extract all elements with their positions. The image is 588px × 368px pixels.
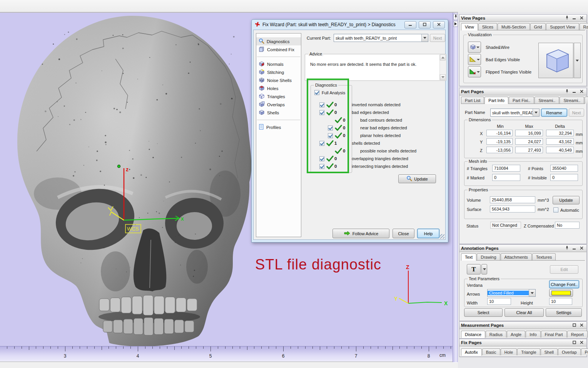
expand-arrow-icon[interactable] — [453, 21, 458, 27]
dim-max-field[interactable]: 24,027 — [515, 138, 543, 145]
arrow-width-field[interactable]: 10 — [487, 298, 511, 305]
part-pages-header[interactable]: Part Pages — [459, 88, 586, 95]
checkbox-icon[interactable] — [314, 90, 319, 95]
text-tool-dropdown-button[interactable] — [481, 264, 487, 274]
tab-streami-[interactable]: Streami.. — [535, 97, 559, 104]
fix-pages-header[interactable]: Fix Pages — [459, 339, 586, 346]
settings-button[interactable]: Settings — [546, 308, 582, 317]
chevron-down-icon[interactable] — [421, 34, 428, 42]
pin-icon[interactable] — [564, 246, 570, 251]
minimize-icon[interactable] — [571, 15, 578, 21]
arrow-height-field[interactable]: 10 — [549, 298, 572, 305]
part-name-dropdown[interactable]: skull with teeth_READY_to_print — [490, 109, 540, 117]
update-button[interactable]: Update — [398, 174, 436, 183]
tab-view[interactable]: View — [461, 23, 478, 30]
panel-autohide-strip[interactable] — [453, 13, 458, 362]
close-icon[interactable] — [578, 340, 585, 346]
tab-rapidfit-view[interactable]: Rapidfit View — [580, 23, 588, 30]
resize-grip[interactable] — [440, 234, 444, 239]
checkbox-icon[interactable] — [319, 164, 324, 169]
tab-autofix[interactable]: Autofix — [461, 348, 482, 356]
arrows-dropdown[interactable]: Closed Filled — [487, 289, 536, 297]
minimize-icon[interactable] — [571, 246, 578, 251]
close-button[interactable] — [433, 21, 445, 28]
checkbox-icon[interactable] — [319, 102, 324, 107]
tab-multi-section[interactable]: Multi-Section — [498, 23, 530, 30]
dim-min-field[interactable]: -13,056 — [486, 147, 513, 153]
tab-slices[interactable]: Slices — [478, 23, 497, 30]
tab-textures[interactable]: Textures — [532, 253, 556, 260]
dim-delta-field[interactable]: 43,162 — [546, 138, 574, 145]
tab-support-view[interactable]: Support View — [546, 23, 579, 30]
tab-report[interactable]: Report — [567, 331, 588, 338]
tab-part-list[interactable]: Part List — [461, 97, 484, 104]
arrow-color-button[interactable] — [549, 289, 573, 297]
points-field[interactable]: 355040 — [550, 165, 578, 172]
wizard-page-normals[interactable]: Normals — [256, 60, 301, 68]
dim-min-field[interactable]: -16,194 — [486, 130, 513, 136]
checkbox-icon[interactable] — [328, 125, 333, 130]
wizard-page-stitching[interactable]: Stitching — [256, 68, 301, 76]
tab-distance[interactable]: Distance — [461, 331, 485, 338]
tab-drawing[interactable]: Drawing — [477, 253, 500, 260]
tab-basic[interactable]: Basic — [482, 348, 500, 355]
dim-max-field[interactable]: 16,099 — [515, 130, 543, 136]
view-cube-preview[interactable] — [538, 43, 573, 78]
maximize-button[interactable] — [419, 21, 431, 28]
tab-overlap[interactable]: Overlap — [558, 348, 581, 355]
tab-final-part[interactable]: Final Part — [541, 331, 567, 338]
pin-icon[interactable] — [564, 89, 570, 95]
scroll-up-icon[interactable] — [440, 55, 446, 60]
tab-grid[interactable]: Grid — [530, 23, 546, 30]
volume-field[interactable]: 25440,858 — [490, 196, 535, 203]
tab-part-info[interactable]: Part Info — [484, 97, 508, 104]
tab-streami-[interactable]: Streami.. — [560, 97, 584, 104]
chevron-down-icon[interactable] — [533, 109, 539, 116]
dim-delta-field[interactable]: 32,294 — [546, 130, 574, 136]
wizard-page-profiles[interactable]: Profiles — [256, 123, 301, 131]
close-icon[interactable] — [578, 323, 585, 328]
wizard-page-diagnostics[interactable]: Diagnostics — [256, 37, 301, 45]
tab-radius[interactable]: Radius — [486, 331, 506, 338]
dialog-titlebar[interactable]: Fix Wizard (Part: skull with teeth_READY… — [252, 20, 448, 30]
tab-shell[interactable]: Shell — [541, 348, 558, 355]
view-preset-dropdown-button[interactable] — [574, 43, 581, 78]
checkbox-icon[interactable] — [328, 133, 333, 138]
close-icon[interactable] — [578, 15, 585, 21]
edit-annotation-button[interactable]: Edit — [550, 265, 578, 274]
restore-icon[interactable] — [571, 340, 578, 346]
tab-attachments[interactable]: Attachments — [501, 253, 532, 260]
wizard-page-shells[interactable]: Shells — [256, 109, 301, 117]
wizard-page-combined-fix[interactable]: Combined Fix — [256, 45, 301, 54]
checkbox-icon[interactable] — [553, 207, 558, 212]
wizard-page-overlaps[interactable]: Overlaps — [256, 100, 301, 109]
wizard-page-triangles[interactable]: Triangles — [256, 92, 301, 100]
minimize-button[interactable] — [404, 21, 416, 28]
bad-edges-button[interactable] — [468, 54, 481, 65]
flipped-triangles-button[interactable] — [468, 66, 481, 77]
tab-scenes[interactable]: Scenes — [585, 97, 588, 104]
marked-field[interactable]: 0 — [492, 174, 520, 181]
surface-field[interactable]: 5634,943 — [490, 206, 535, 212]
tab-hole[interactable]: Hole — [501, 348, 517, 355]
chevron-down-icon[interactable] — [529, 289, 535, 296]
minimize-icon[interactable] — [571, 89, 578, 95]
checkbox-icon[interactable] — [319, 156, 324, 161]
checkbox-icon[interactable] — [319, 110, 324, 115]
wizard-page-holes[interactable]: Holes — [256, 84, 301, 92]
follow-advice-button[interactable]: Follow Advice — [332, 229, 389, 238]
dim-max-field[interactable]: 27,493 — [515, 147, 543, 153]
pin-icon[interactable] — [453, 14, 458, 20]
automatic-checkbox[interactable]: Automatic — [553, 207, 579, 212]
pin-icon[interactable] — [564, 15, 570, 21]
help-button[interactable]: Help — [417, 229, 439, 238]
text-annotation-tool-button[interactable]: T — [467, 264, 481, 274]
triangles-field[interactable]: 710084 — [492, 165, 520, 172]
change-font-button[interactable]: Change Font.. — [549, 280, 579, 288]
measurement-pages-header[interactable]: Measurement Pages — [459, 322, 586, 329]
checkbox-icon[interactable] — [319, 141, 324, 146]
view-pages-header[interactable]: View Pages — [459, 15, 586, 22]
full-analysis-checkbox[interactable]: Full Analysis — [314, 90, 345, 95]
close-dialog-button[interactable]: Close — [393, 229, 414, 238]
tab-part-fixi-[interactable]: Part Fixi.. — [509, 97, 534, 104]
